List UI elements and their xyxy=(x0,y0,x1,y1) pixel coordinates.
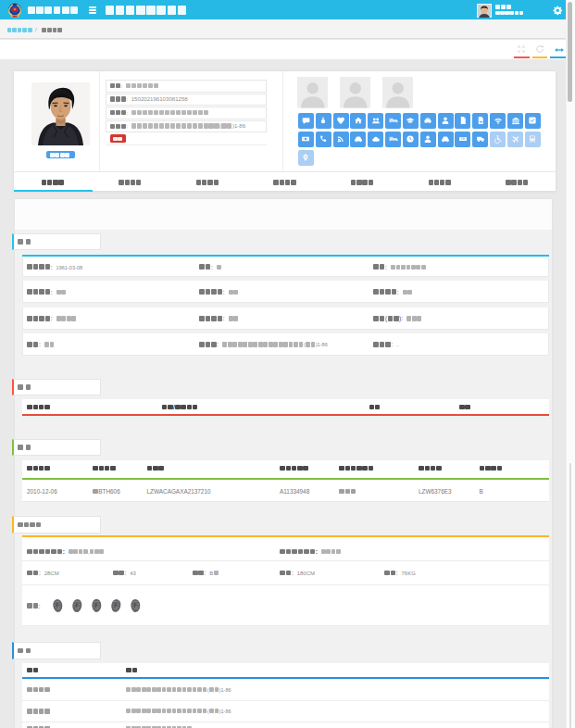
svg-text:KM: KM xyxy=(461,137,466,141)
